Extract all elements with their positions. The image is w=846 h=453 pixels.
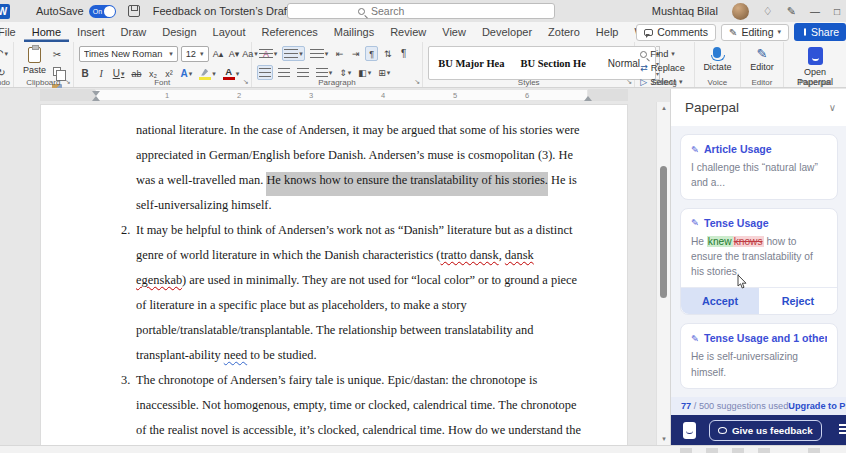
editing-group: Find▾⇄Replace▷Select▾ Editing bbox=[635, 42, 695, 87]
document-line: transplant-ability need to be studied. bbox=[136, 347, 581, 372]
ruler-number: 4 bbox=[381, 91, 385, 100]
right-indent-marker[interactable] bbox=[584, 96, 592, 101]
autosave-toggle[interactable]: On bbox=[89, 5, 116, 18]
upgrade-link[interactable]: Upgrade to Pr bbox=[788, 401, 846, 411]
decrease-indent-button[interactable]: ⇤ bbox=[333, 46, 346, 61]
clipboard-launcher[interactable]: ↘ bbox=[65, 78, 71, 86]
horizontal-ruler[interactable]: 123456 bbox=[0, 88, 670, 102]
search-icon bbox=[358, 8, 365, 15]
menu-icon[interactable] bbox=[839, 424, 846, 434]
tab-home[interactable]: Home bbox=[24, 22, 69, 42]
suggestion-card[interactable]: ✎Tense Usage and 1 other sugge...He is s… bbox=[680, 323, 838, 389]
copy-icon bbox=[53, 67, 61, 76]
document-text[interactable]: national literature. In the case of Ande… bbox=[136, 122, 581, 445]
copy-button[interactable] bbox=[50, 64, 64, 79]
tab-references[interactable]: References bbox=[254, 22, 326, 42]
document-line: portable/translatable/transplantable. Th… bbox=[136, 322, 581, 347]
avatar[interactable] bbox=[732, 3, 749, 20]
numbering-button[interactable]: ▾ bbox=[282, 46, 305, 61]
sort-button[interactable]: ⇅ bbox=[381, 46, 394, 61]
document-line: inaccessible. Not homogenous, empty, tim… bbox=[136, 397, 581, 422]
share-button[interactable]: Share bbox=[794, 23, 846, 41]
feedback-button[interactable]: Give us feedback bbox=[709, 420, 822, 441]
paste-button[interactable]: Paste bbox=[19, 46, 50, 76]
paperpal-header: Paperpal ∨ bbox=[671, 89, 846, 126]
paperpal-collapse-icon[interactable]: ∨ bbox=[829, 102, 836, 113]
tab-insert[interactable]: Insert bbox=[69, 22, 113, 42]
scroll-up-arrow[interactable]: ▴ bbox=[657, 104, 671, 112]
style-entry[interactable]: BU Section He bbox=[521, 58, 586, 69]
editing-dropdown-icon: ▾ bbox=[777, 28, 781, 36]
document-line: of literature in a specific place but as… bbox=[136, 297, 581, 322]
styles-group: BU Major HeaBU Section HeNormal ▴▾▾ Styl… bbox=[423, 42, 635, 87]
user-name: Mushtaq Bilal bbox=[652, 5, 718, 17]
grow-font-button[interactable]: A▴ bbox=[212, 47, 225, 62]
autosave-control[interactable]: AutoSave On bbox=[36, 5, 116, 18]
editor-group: ✎ Editor Editor bbox=[741, 42, 784, 87]
style-entry[interactable]: BU Major Hea bbox=[438, 58, 504, 69]
cut-button[interactable]: ✂ bbox=[50, 47, 64, 62]
pen-icon: ✎ bbox=[691, 144, 699, 155]
styles-launcher[interactable]: ↘ bbox=[626, 78, 632, 86]
suggestion-list: ✎Article UsageI challenge this “natural … bbox=[671, 126, 846, 397]
document-line: genre of world literature in which the D… bbox=[136, 247, 581, 272]
pen-icon: ✎ bbox=[691, 217, 699, 228]
tab-mailings[interactable]: Mailings bbox=[326, 22, 382, 42]
paragraph-group: ▾ ▾ ▾ ⇤ ⇥ ¶ ⇅ ¶ ▾ ⇕▾ ◧▾ ⊞▾ bbox=[252, 42, 424, 87]
tab-help[interactable]: Help bbox=[588, 22, 627, 42]
font-name-select[interactable]: Times New Roman ( ▾ bbox=[79, 46, 178, 62]
hanging-indent-marker[interactable] bbox=[92, 96, 100, 101]
comments-button[interactable]: Comments bbox=[636, 24, 716, 41]
scroll-down-arrow[interactable]: ▾ bbox=[657, 435, 671, 443]
font-launcher[interactable]: ↘ bbox=[243, 78, 249, 86]
reject-button[interactable]: Reject bbox=[759, 288, 837, 314]
increase-indent-button[interactable]: ⇥ bbox=[349, 46, 362, 61]
editor-button[interactable]: ✎ Editor bbox=[746, 46, 778, 73]
paragraph-launcher[interactable]: ↘ bbox=[414, 78, 420, 86]
card-body: I challenge this “natural law” and a... bbox=[691, 160, 827, 191]
search-input[interactable]: Search bbox=[287, 3, 555, 19]
replace-button[interactable]: ⇄Replace bbox=[640, 62, 685, 74]
ruler-number: 5 bbox=[453, 91, 457, 100]
document-canvas[interactable]: national literature. In the case of Ande… bbox=[0, 102, 656, 445]
pen-icon[interactable]: ✎ bbox=[787, 5, 796, 18]
scrollbar-thumb[interactable] bbox=[660, 166, 667, 298]
multilevel-list-button[interactable]: ▾ bbox=[308, 46, 331, 61]
tab-developer[interactable]: Developer bbox=[474, 22, 540, 42]
tab-design[interactable]: Design bbox=[154, 22, 204, 42]
font-size-select[interactable]: 12 ▾ bbox=[181, 46, 209, 62]
shrink-font-button[interactable]: A▾ bbox=[228, 47, 241, 62]
tab-view[interactable]: View bbox=[434, 22, 474, 42]
ribbon-tab-bar: FileHomeInsertDrawDesignLayoutReferences… bbox=[0, 22, 846, 42]
editor-icon: ✎ bbox=[756, 47, 767, 60]
word-app-icon: W bbox=[0, 4, 10, 19]
document-page[interactable]: national literature. In the case of Ande… bbox=[40, 104, 628, 445]
card-body: He knewknows how to ensure the translata… bbox=[691, 234, 827, 280]
tab-review[interactable]: Review bbox=[382, 22, 434, 42]
tab-draw[interactable]: Draw bbox=[113, 22, 155, 42]
bullets-button[interactable]: ▾ bbox=[257, 46, 280, 61]
save-icon[interactable] bbox=[128, 5, 140, 17]
find-button[interactable]: Find▾ bbox=[640, 48, 685, 60]
editing-mode-button[interactable]: ✎ Editing ▾ bbox=[721, 24, 789, 41]
card-title: Tense Usage bbox=[704, 217, 769, 229]
search-icon bbox=[640, 51, 647, 58]
dictate-button[interactable]: Dictate bbox=[699, 46, 735, 73]
tab-zotero[interactable]: Zotero bbox=[540, 22, 588, 42]
undo-button[interactable]: ↶▾ bbox=[0, 46, 10, 61]
tab-file[interactable]: File bbox=[0, 22, 24, 42]
show-marks-button[interactable]: ¶ bbox=[397, 46, 410, 61]
tab-layout[interactable]: Layout bbox=[205, 22, 254, 42]
premium-icon[interactable]: ♢ bbox=[763, 5, 773, 18]
suggestion-card[interactable]: ✎Tense UsageHe knewknows how to ensure t… bbox=[680, 208, 838, 316]
paste-icon bbox=[28, 47, 41, 63]
ltr-text-button[interactable]: ¶ bbox=[365, 46, 378, 61]
minimize-button[interactable]: — bbox=[810, 6, 820, 17]
vertical-scrollbar[interactable]: ▴ ▾ bbox=[656, 102, 670, 445]
usage-count: 77 bbox=[681, 401, 691, 411]
ruler-number: 1 bbox=[165, 91, 169, 100]
restore-button[interactable]: □ bbox=[834, 6, 840, 17]
document-line: of the realist novel is accessible, it’s… bbox=[136, 422, 581, 445]
title-bar: W AutoSave On Feedback on Torsten’s Draf… bbox=[0, 0, 846, 22]
suggestion-card[interactable]: ✎Article UsageI challenge this “natural … bbox=[680, 134, 838, 200]
